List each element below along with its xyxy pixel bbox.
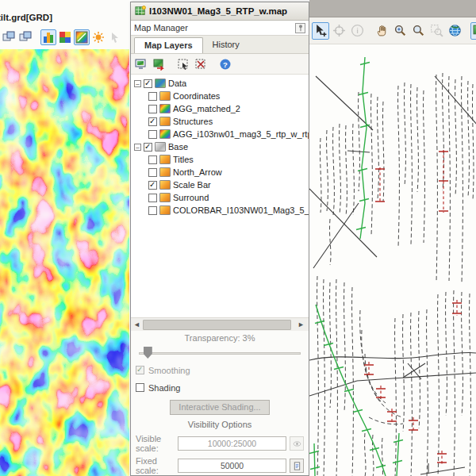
red-axes-layer — [364, 150, 462, 465]
layer-label[interactable]: North_Arrow — [173, 167, 222, 177]
tree-row[interactable]: AGG_matched_2 — [131, 102, 309, 115]
scrollbar-thumb[interactable] — [143, 320, 291, 330]
shading-checkbox[interactable] — [136, 383, 144, 392]
map-redraw-icon[interactable] — [470, 22, 476, 40]
structural-map-view[interactable] — [309, 44, 476, 476]
map-layers-toolbar — [131, 54, 309, 75]
layer-label[interactable]: Coordinates — [173, 91, 220, 101]
tree-row[interactable]: COLORBAR_I103NW01_Mag3_5_RTP... — [131, 204, 309, 217]
full-extent-globe-icon[interactable] — [446, 22, 463, 40]
layer-label[interactable]: Titles — [173, 155, 194, 164]
center-target-icon[interactable] — [330, 22, 347, 40]
tree-row[interactable]: –Base — [131, 140, 309, 153]
tree-horizontal-scrollbar[interactable]: ◄ ► — [131, 317, 309, 331]
layer-visibility-checkbox[interactable] — [144, 79, 152, 88]
layer-label[interactable]: Base — [168, 142, 188, 152]
layer-label[interactable]: COLORBAR_I103NW01_Mag3_5_RTP... — [173, 205, 309, 215]
tree-row[interactable]: Scale Bar — [131, 178, 309, 191]
layer-visibility-checkbox[interactable] — [148, 105, 157, 113]
layer-type-icon — [159, 117, 171, 126]
layer-label[interactable]: AGG_i103nw01_mag3_5_rtp_w_rtp_vc1 — [173, 129, 309, 139]
structural-map-drawing — [309, 44, 476, 476]
fixed-scale-input[interactable] — [178, 459, 286, 473]
layer-label[interactable]: Data — [168, 79, 186, 88]
tree-row[interactable]: –Data — [131, 77, 309, 90]
color-palette-icon[interactable] — [57, 29, 73, 45]
autohide-pin-button[interactable] — [295, 23, 305, 33]
formlines-layer — [317, 73, 474, 476]
grid-document-pane: tilt.grd[GRD] — [0, 0, 129, 476]
map-manager-title: Map Manager — [134, 23, 295, 33]
shading-checkbox-row: Shading — [136, 381, 304, 394]
layer-label[interactable]: Scale Bar — [173, 180, 211, 190]
slider-track[interactable] — [139, 352, 301, 355]
zoom-icon[interactable] — [409, 22, 427, 40]
expand-collapse-icon[interactable]: – — [134, 144, 141, 151]
layer-controls: Transparency: 3% Smoothing Shading Inter… — [131, 331, 309, 475]
tree-row[interactable]: Titles — [131, 153, 309, 166]
layer-label[interactable]: Structures — [173, 117, 213, 126]
tree-row[interactable]: Coordinates — [131, 90, 309, 102]
color-shading-icon[interactable] — [74, 29, 90, 45]
layer-label[interactable]: Surround — [173, 193, 209, 202]
tile-windows-icon[interactable] — [17, 29, 33, 45]
smoothing-checkbox[interactable] — [136, 366, 144, 374]
open-map-icon[interactable] — [133, 56, 149, 72]
info-icon[interactable] — [348, 22, 366, 40]
transparency-slider[interactable] — [137, 346, 302, 359]
tab-history[interactable]: History — [203, 37, 249, 53]
add-layer-icon[interactable] — [151, 56, 167, 72]
layer-visibility-checkbox[interactable] — [148, 130, 157, 139]
tree-row[interactable]: Structures — [131, 115, 309, 128]
visibility-options-label: Visibility Options — [136, 420, 304, 431]
deselect-rect-icon[interactable] — [193, 56, 209, 72]
layer-label[interactable]: AGG_matched_2 — [173, 104, 240, 113]
app-chrome-strip — [309, 0, 476, 17]
interactive-shading-button[interactable]: Interactive Shading... — [170, 400, 270, 415]
map-manager-header: Map Manager — [131, 21, 309, 36]
select-rect-icon[interactable] — [175, 56, 191, 72]
tree-row[interactable]: Surround — [131, 191, 309, 204]
visible-scale-row: Visible scale: — [136, 434, 304, 453]
layer-visibility-checkbox[interactable] — [148, 194, 157, 202]
tab-map-layers[interactable]: Map Layers — [134, 37, 203, 53]
layer-visibility-checkbox[interactable] — [148, 206, 157, 215]
help-icon[interactable] — [217, 56, 233, 72]
scroll-right-arrow-icon[interactable]: ► — [295, 319, 307, 331]
sun-shading-icon[interactable] — [90, 29, 106, 45]
scroll-left-arrow-icon[interactable]: ◄ — [131, 319, 143, 331]
map-window-titlebar[interactable]: I103NW01_Mag3_5_RTP_w.map — [131, 2, 309, 21]
shading-label: Shading — [148, 383, 180, 393]
tree-row[interactable]: North_Arrow — [131, 166, 309, 178]
visible-scale-button[interactable] — [290, 436, 304, 451]
layer-visibility-checkbox[interactable] — [148, 155, 157, 164]
cascade-windows-icon[interactable] — [1, 29, 17, 45]
layer-visibility-checkbox[interactable] — [148, 92, 157, 101]
visible-scale-input[interactable] — [178, 436, 286, 451]
layer-visibility-checkbox[interactable] — [148, 168, 157, 177]
pan-hand-icon[interactable] — [373, 22, 390, 40]
cursor-shadow-icon[interactable] — [107, 29, 123, 45]
layer-type-icon — [159, 104, 171, 113]
dynamic-zoom-icon[interactable] — [391, 22, 409, 40]
map-window-title: I103NW01_Mag3_5_RTP_w.map — [149, 6, 287, 16]
green-axes-layer — [309, 57, 403, 476]
select-plus-icon[interactable] — [312, 22, 329, 40]
map-manager-tabs: Map Layers History — [131, 36, 309, 54]
visible-scale-label: Visible scale: — [136, 434, 175, 453]
color-histogram-icon[interactable] — [40, 29, 56, 45]
fixed-scale-row: Fixed scale: — [136, 456, 304, 475]
application-window: ? i tilt.grd[GRD] — [0, 0, 476, 476]
tilt-grid-image[interactable] — [0, 49, 129, 476]
layer-visibility-checkbox[interactable] — [144, 143, 152, 152]
layer-visibility-checkbox[interactable] — [148, 181, 157, 190]
layer-visibility-checkbox[interactable] — [148, 117, 157, 126]
slider-thumb[interactable] — [144, 347, 152, 359]
smoothing-checkbox-row: Smoothing — [136, 363, 304, 377]
tree-row[interactable]: AGG_i103nw01_mag3_5_rtp_w_rtp_vc1 — [131, 128, 309, 140]
zoom-box-icon[interactable] — [428, 22, 445, 40]
layer-type-icon — [155, 142, 166, 152]
fixed-scale-button[interactable] — [290, 459, 304, 473]
transparency-label: Transparency: 3% — [136, 333, 304, 345]
expand-collapse-icon[interactable]: – — [134, 80, 141, 87]
